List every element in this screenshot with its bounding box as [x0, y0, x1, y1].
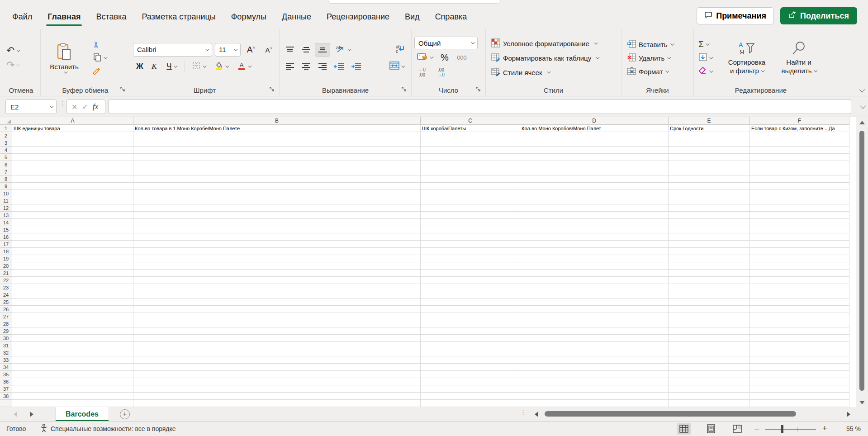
- cell-A20[interactable]: [12, 262, 133, 270]
- cell-D38[interactable]: [520, 393, 669, 400]
- cell-D8[interactable]: [520, 175, 669, 183]
- cell-C27[interactable]: [421, 313, 520, 320]
- cell-A3[interactable]: [12, 139, 133, 147]
- cell-C28[interactable]: [421, 320, 520, 327]
- cell-C21[interactable]: [421, 270, 520, 277]
- cell-C29[interactable]: [421, 327, 520, 335]
- row-header-24[interactable]: 24: [0, 291, 12, 299]
- cell-D32[interactable]: [520, 349, 669, 356]
- chevron-down-icon[interactable]: [17, 48, 20, 52]
- row-header-15[interactable]: 15: [0, 226, 12, 233]
- cell-D33[interactable]: [520, 356, 669, 364]
- comma-style-button[interactable]: 000: [454, 51, 470, 64]
- row-header-33[interactable]: 33: [0, 356, 12, 364]
- row-header-30[interactable]: 30: [0, 335, 12, 342]
- cell-A1[interactable]: ШК единицы товара: [12, 125, 133, 132]
- cell-styles-button[interactable]: Стили ячеек: [489, 66, 552, 79]
- sort-filter-button[interactable]: АЯ Сортировка и фильтр: [722, 39, 772, 77]
- cell-B9[interactable]: [133, 183, 421, 190]
- increase-font-button[interactable]: A˄: [243, 43, 258, 57]
- cell-D25[interactable]: [520, 299, 669, 306]
- cell-D34[interactable]: [520, 364, 669, 371]
- page-layout-view-button[interactable]: [704, 423, 718, 435]
- menu-tab-рецензирование[interactable]: Рецензирование: [319, 6, 397, 27]
- cell-B6[interactable]: [133, 161, 421, 168]
- cell-B4[interactable]: [133, 147, 421, 154]
- cell-D31[interactable]: [520, 342, 669, 349]
- horizontal-scrollbar-thumb[interactable]: [545, 411, 796, 417]
- merge-center-button[interactable]: [385, 60, 408, 73]
- cell-D13[interactable]: [520, 212, 669, 219]
- chevron-down-icon[interactable]: [706, 42, 709, 45]
- chevron-down-icon[interactable]: [709, 55, 713, 59]
- cell-D35[interactable]: [520, 371, 669, 378]
- column-header-A[interactable]: A: [12, 117, 133, 125]
- orientation-button[interactable]: ab: [331, 43, 355, 57]
- cell-B3[interactable]: [133, 139, 421, 147]
- cell-E28[interactable]: [669, 320, 750, 327]
- cell-A15[interactable]: [12, 226, 133, 233]
- chevron-down-icon[interactable]: [50, 104, 53, 108]
- cell-C9[interactable]: [421, 183, 520, 190]
- cell-B37[interactable]: [133, 385, 421, 393]
- cell-A26[interactable]: [12, 306, 133, 313]
- menu-tab-главная[interactable]: Главная: [40, 6, 88, 27]
- font-size-combo[interactable]: 11: [215, 43, 241, 57]
- chevron-down-icon[interactable]: [401, 64, 405, 67]
- menu-tab-разметка-страницы[interactable]: Разметка страницы: [134, 6, 223, 27]
- cell-E34[interactable]: [669, 364, 750, 371]
- row-header-20[interactable]: 20: [0, 262, 12, 270]
- row-header-18[interactable]: 18: [0, 248, 12, 255]
- cell-C26[interactable]: [421, 306, 520, 313]
- cell-F35[interactable]: [750, 371, 849, 378]
- cell-A4[interactable]: [12, 147, 133, 154]
- chevron-down-icon[interactable]: [547, 70, 550, 73]
- cell-E8[interactable]: [669, 175, 750, 183]
- row-header-1[interactable]: 1: [0, 125, 12, 132]
- cell-F16[interactable]: [750, 233, 849, 241]
- cell-F33[interactable]: [750, 356, 849, 364]
- row-header-32[interactable]: 32: [0, 349, 12, 356]
- scroll-down-icon[interactable]: [859, 401, 865, 404]
- cell-C6[interactable]: [421, 161, 520, 168]
- cell-E19[interactable]: [669, 255, 750, 262]
- align-bottom-button[interactable]: [315, 43, 330, 57]
- cell-F7[interactable]: [750, 168, 849, 175]
- cell-D23[interactable]: [520, 284, 669, 291]
- zoom-slider-track[interactable]: [765, 429, 816, 430]
- cell-F26[interactable]: [750, 306, 849, 313]
- cell-B21[interactable]: [133, 270, 421, 277]
- cell-E10[interactable]: [669, 190, 750, 197]
- cell-C10[interactable]: [421, 190, 520, 197]
- column-header-B[interactable]: B: [133, 117, 421, 125]
- cell-A16[interactable]: [12, 233, 133, 241]
- cell-F37[interactable]: [750, 385, 849, 393]
- scroll-left-icon[interactable]: [535, 412, 538, 417]
- vertical-scrollbar[interactable]: [856, 117, 868, 407]
- chevron-down-icon[interactable]: [665, 69, 669, 72]
- cell-D3[interactable]: [520, 139, 669, 147]
- cell-E21[interactable]: [669, 270, 750, 277]
- cell-E24[interactable]: [669, 291, 750, 299]
- cell-A5[interactable]: [12, 154, 133, 161]
- cell-A21[interactable]: [12, 270, 133, 277]
- cell-E4[interactable]: [669, 147, 750, 154]
- cell-A28[interactable]: [12, 320, 133, 327]
- row-header-31[interactable]: 31: [0, 342, 12, 349]
- cell-C22[interactable]: [421, 277, 520, 284]
- cell-E20[interactable]: [669, 262, 750, 270]
- scroll-right-icon[interactable]: [847, 412, 850, 417]
- cell-D26[interactable]: [520, 306, 669, 313]
- cell-E6[interactable]: [669, 161, 750, 168]
- search-box-partial[interactable]: [328, 0, 501, 4]
- cell-F29[interactable]: [750, 327, 849, 335]
- autosum-button[interactable]: Σ: [697, 38, 718, 51]
- cell-A39[interactable]: [12, 400, 133, 407]
- cell-E11[interactable]: [669, 197, 750, 204]
- cell-F25[interactable]: [750, 299, 849, 306]
- cell-C35[interactable]: [421, 371, 520, 378]
- cell-E29[interactable]: [669, 327, 750, 335]
- cell-E33[interactable]: [669, 356, 750, 364]
- cell-C34[interactable]: [421, 364, 520, 371]
- cell-A37[interactable]: [12, 385, 133, 393]
